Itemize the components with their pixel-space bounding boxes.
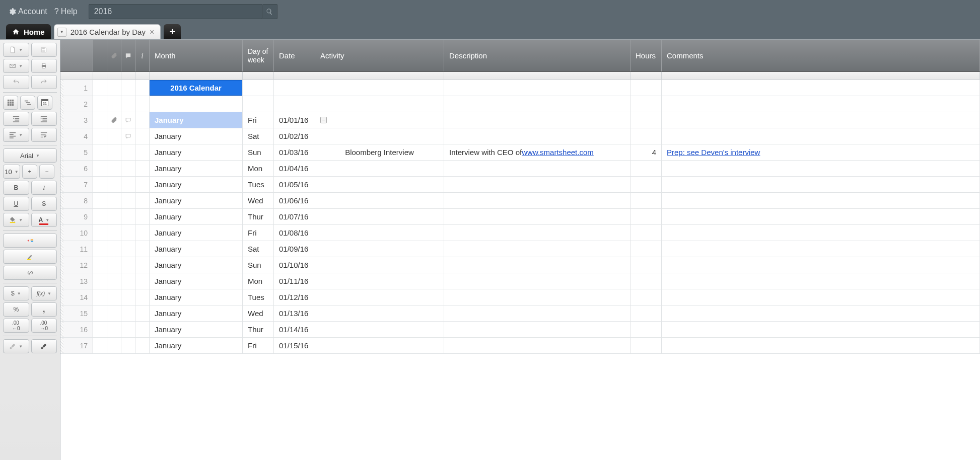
cell-comments[interactable] [662, 289, 980, 305]
cell-comments[interactable] [662, 257, 980, 273]
header-hours[interactable]: Hours [631, 40, 662, 71]
cell-description[interactable] [444, 193, 631, 208]
cell-expand[interactable] [93, 193, 107, 208]
cell-date[interactable] [274, 80, 315, 96]
format-painter-button[interactable]: ▼ [3, 339, 29, 353]
cell-info[interactable] [135, 338, 150, 353]
strikethrough-button[interactable]: S [31, 197, 57, 211]
cell-hours[interactable] [631, 112, 662, 128]
header-expand[interactable] [93, 40, 107, 71]
header-date[interactable]: Date [274, 40, 315, 71]
row-number[interactable]: 5 [60, 144, 93, 160]
italic-button[interactable]: I [31, 181, 57, 195]
cell-activity[interactable] [315, 322, 444, 337]
cell-attachment[interactable] [107, 193, 121, 208]
grid-body[interactable]: 12016 Calendar23JanuaryFri01/01/16−4Janu… [60, 80, 980, 460]
cell-info[interactable] [135, 273, 150, 289]
header-info[interactable]: i [135, 40, 150, 71]
cell-attachment[interactable] [107, 177, 121, 192]
save-button[interactable] [31, 43, 57, 57]
cell-discussion[interactable] [121, 225, 135, 241]
cell-comments[interactable] [662, 80, 980, 96]
currency-format-button[interactable]: $▼ [3, 286, 29, 300]
cell-info[interactable] [135, 322, 150, 337]
cell-date[interactable]: 01/08/16 [274, 225, 315, 241]
cell-hours[interactable] [631, 241, 662, 257]
indent-button[interactable] [31, 112, 57, 126]
text-color-button[interactable]: A▼ [31, 213, 57, 227]
font-family-select[interactable]: Arial▼ [3, 148, 57, 163]
cell-hours[interactable] [631, 193, 662, 208]
cell-attachment[interactable] [107, 144, 121, 160]
cell-activity[interactable] [315, 80, 444, 96]
table-row[interactable]: 4JanuarySat01/02/16 [60, 128, 980, 144]
cell-attachment[interactable] [107, 225, 121, 241]
cell-expand[interactable] [93, 144, 107, 160]
cell-month[interactable]: January [150, 305, 243, 321]
account-link[interactable]: Account [8, 7, 47, 16]
cell-discussion[interactable] [121, 144, 135, 160]
cell-description[interactable] [444, 305, 631, 321]
cell-activity[interactable] [315, 177, 444, 192]
cell-comments[interactable] [662, 322, 980, 337]
header-activity[interactable]: Activity [315, 40, 444, 71]
cell-dow[interactable]: Tues [243, 289, 274, 305]
header-discussion[interactable] [121, 40, 135, 71]
cell-comments[interactable] [662, 241, 980, 257]
cell-attachment[interactable] [107, 128, 121, 144]
cell-comments[interactable] [662, 338, 980, 353]
cell-comments[interactable] [662, 96, 980, 112]
calendar-view-button[interactable] [37, 96, 52, 110]
fill-color-button[interactable]: ▼ [3, 213, 29, 227]
search-button[interactable] [262, 4, 277, 19]
cell-info[interactable] [135, 80, 150, 96]
cell-info[interactable] [135, 128, 150, 144]
cell-date[interactable]: 01/07/16 [274, 209, 315, 224]
cell-dow[interactable]: Thur [243, 322, 274, 337]
link-button[interactable] [3, 266, 57, 280]
cell-activity[interactable] [315, 289, 444, 305]
cell-description[interactable] [444, 273, 631, 289]
cell-expand[interactable] [93, 305, 107, 321]
cell-date[interactable]: 01/06/16 [274, 193, 315, 208]
cell-dow[interactable] [243, 80, 274, 96]
cell-description[interactable]: Interview with CEO of www.smartsheet.com [444, 144, 631, 160]
increase-decimal-button[interactable]: .00→0 [31, 319, 57, 333]
cell-discussion[interactable] [121, 305, 135, 321]
table-row[interactable]: 15JanuaryWed01/13/16 [60, 305, 980, 322]
cell-date[interactable]: 01/03/16 [274, 144, 315, 160]
cell-date[interactable]: 01/15/16 [274, 338, 315, 353]
row-number[interactable]: 16 [60, 322, 93, 337]
cell-discussion[interactable] [121, 112, 135, 128]
cell-description[interactable] [444, 225, 631, 241]
cell-dow[interactable]: Fri [243, 112, 274, 128]
cell-hours[interactable] [631, 128, 662, 144]
cell-attachment[interactable] [107, 273, 121, 289]
cell-month[interactable]: January [150, 338, 243, 353]
table-row[interactable]: 2 [60, 96, 980, 112]
cell-hours[interactable]: 4 [631, 144, 662, 160]
tab-home[interactable]: Home [6, 24, 51, 39]
cell-discussion[interactable] [121, 128, 135, 144]
grid-view-button[interactable] [3, 96, 18, 110]
cell-description[interactable] [444, 338, 631, 353]
cell-discussion[interactable] [121, 289, 135, 305]
cell-comments[interactable] [662, 128, 980, 144]
row-number[interactable]: 3 [60, 112, 93, 128]
undo-button[interactable] [3, 75, 29, 89]
cell-comments[interactable] [662, 273, 980, 289]
cell-month[interactable] [150, 96, 243, 112]
cell-info[interactable] [135, 289, 150, 305]
cell-description[interactable] [444, 112, 631, 128]
cell-date[interactable]: 01/12/16 [274, 289, 315, 305]
row-number[interactable]: 7 [60, 177, 93, 192]
row-number[interactable]: 8 [60, 193, 93, 208]
cell-discussion[interactable] [121, 209, 135, 224]
cell-discussion[interactable] [121, 273, 135, 289]
cell-description[interactable] [444, 80, 631, 96]
cell-dow[interactable]: Mon [243, 161, 274, 176]
cell-hours[interactable] [631, 338, 662, 353]
table-row[interactable]: 3JanuaryFri01/01/16− [60, 112, 980, 128]
cell-month[interactable]: January [150, 112, 243, 128]
cell-expand[interactable] [93, 257, 107, 273]
